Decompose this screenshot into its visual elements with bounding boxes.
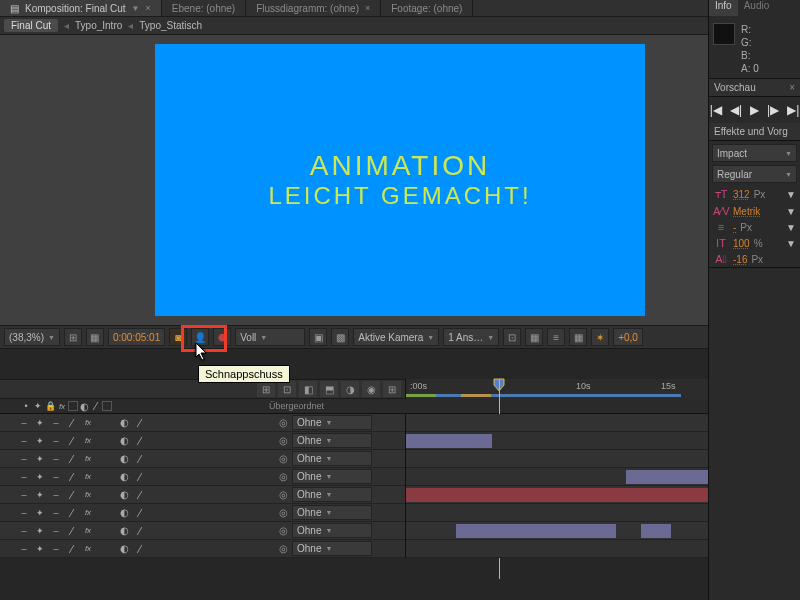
switch[interactable] — [50, 507, 62, 519]
switch-button[interactable]: ⊞ — [257, 381, 275, 397]
font-style-dropdown[interactable]: Regular▼ — [712, 165, 797, 183]
switch[interactable] — [66, 507, 78, 519]
parent-pickwhip-icon[interactable]: ◎ — [279, 507, 288, 518]
clip[interactable] — [456, 524, 616, 538]
parent-pickwhip-icon[interactable]: ◎ — [279, 453, 288, 464]
parent-dropdown[interactable]: Ohne▼ — [292, 415, 372, 430]
switch[interactable] — [34, 453, 46, 465]
close-icon[interactable]: × — [146, 3, 151, 13]
switch[interactable] — [18, 417, 30, 429]
tab-layer[interactable]: Ebene: (ohne) — [162, 0, 246, 16]
fast-preview-icon[interactable]: ▦ — [525, 328, 543, 346]
parent-dropdown[interactable]: Ohne▼ — [292, 469, 372, 484]
switch[interactable] — [118, 453, 130, 465]
switch[interactable] — [66, 453, 78, 465]
comp-button-icon[interactable]: ▦ — [569, 328, 587, 346]
first-frame-icon[interactable]: |◀ — [710, 103, 722, 117]
font-family-dropdown[interactable]: Impact▼ — [712, 144, 797, 162]
fx-switch[interactable]: fx — [82, 543, 94, 555]
parent-dropdown[interactable]: Ohne▼ — [292, 487, 372, 502]
switch[interactable] — [18, 471, 30, 483]
col-solo-icon[interactable] — [32, 400, 44, 412]
parent-dropdown[interactable]: Ohne▼ — [292, 505, 372, 520]
current-time[interactable]: 0:00:05:01 — [108, 328, 165, 346]
switch[interactable] — [34, 507, 46, 519]
views-dropdown[interactable]: 1 Ans…▼ — [443, 328, 499, 346]
parent-pickwhip-icon[interactable]: ◎ — [279, 543, 288, 554]
shy-icon[interactable]: ⬒ — [320, 381, 338, 397]
col-3d-icon[interactable] — [102, 401, 112, 411]
switch[interactable] — [34, 489, 46, 501]
switch[interactable] — [34, 435, 46, 447]
close-icon[interactable]: × — [365, 3, 370, 13]
safe-zones-icon[interactable]: ⊞ — [64, 328, 82, 346]
camera-dropdown[interactable]: Aktive Kamera▼ — [353, 328, 439, 346]
effects-panel-header[interactable]: Effekte und Vorg — [709, 123, 800, 141]
layer-row[interactable]: fx ◎Ohne▼ — [0, 540, 800, 558]
col-fx-icon[interactable]: fx — [56, 400, 68, 412]
motion-blur-icon[interactable]: ◉ — [362, 381, 380, 397]
breadcrumb-item[interactable]: Final Cut — [4, 19, 58, 32]
play-icon[interactable]: ▶ — [750, 103, 759, 117]
baseline-field[interactable]: Aͣ-16Px — [709, 251, 800, 267]
switch[interactable] — [66, 489, 78, 501]
clip[interactable] — [641, 524, 671, 538]
switch[interactable] — [134, 543, 146, 555]
switch[interactable] — [50, 471, 62, 483]
layer-row[interactable]: fx ◎Ohne▼ — [0, 522, 800, 540]
fx-switch[interactable]: fx — [82, 507, 94, 519]
switch[interactable] — [18, 453, 30, 465]
leading-field[interactable]: ≡-Px▼ — [709, 219, 800, 235]
switch[interactable] — [34, 543, 46, 555]
breadcrumb-item[interactable]: Typo_Intro — [75, 20, 122, 31]
col-visibility-icon[interactable] — [20, 400, 32, 412]
tab-flowchart[interactable]: Flussdiagramm: (ohne) × — [246, 0, 381, 16]
switch[interactable] — [18, 525, 30, 537]
switch[interactable] — [66, 435, 78, 447]
layer-row[interactable]: fx ◎Ohne▼ — [0, 450, 800, 468]
col-lock-icon[interactable]: 🔒 — [44, 400, 56, 412]
switch[interactable] — [66, 525, 78, 537]
magnification-dropdown[interactable]: (38,3%)▼ — [4, 328, 60, 346]
prev-frame-icon[interactable]: ◀| — [730, 103, 742, 117]
fx-switch[interactable]: fx — [82, 453, 94, 465]
chevron-down-icon[interactable]: ▼ — [132, 4, 140, 13]
switch[interactable] — [50, 525, 62, 537]
switch[interactable] — [50, 453, 62, 465]
parent-pickwhip-icon[interactable]: ◎ — [279, 417, 288, 428]
switch[interactable] — [134, 453, 146, 465]
last-frame-icon[interactable]: ▶| — [787, 103, 799, 117]
switch[interactable] — [118, 471, 130, 483]
tab-footage[interactable]: Footage: (ohne) — [381, 0, 473, 16]
switch[interactable] — [118, 543, 130, 555]
fx-switch[interactable]: fx — [82, 525, 94, 537]
parent-pickwhip-icon[interactable]: ◎ — [279, 471, 288, 482]
layer-row[interactable]: fx ◎Ohne▼ — [0, 504, 800, 522]
switch[interactable] — [50, 489, 62, 501]
layer-row[interactable]: fx ◎ Ohne▼ — [0, 414, 800, 432]
clip[interactable] — [406, 434, 492, 448]
col-motionblur-icon[interactable] — [78, 400, 90, 412]
layer-row[interactable]: fx ◎Ohne▼ — [0, 468, 800, 486]
layer-row[interactable]: fx ◎Ohne▼ — [0, 432, 800, 450]
snapshot-button[interactable]: ◙ — [169, 328, 187, 346]
pixel-aspect-icon[interactable]: ⊡ — [503, 328, 521, 346]
region-icon[interactable]: ▣ — [309, 328, 327, 346]
switch-button[interactable]: ◧ — [299, 381, 317, 397]
switch[interactable] — [66, 471, 78, 483]
col-quality-icon[interactable] — [68, 401, 78, 411]
switch[interactable] — [118, 489, 130, 501]
tab-composition[interactable]: ▤ Komposition: Final Cut ▼ × — [0, 0, 162, 16]
parent-pickwhip-icon[interactable]: ◎ — [279, 489, 288, 500]
tab-audio[interactable]: Audio — [738, 0, 776, 16]
channel-icon[interactable]: ⬣ — [213, 328, 231, 346]
fx-switch[interactable]: fx — [82, 471, 94, 483]
timeline-icon[interactable]: ≡ — [547, 328, 565, 346]
switch[interactable] — [134, 489, 146, 501]
resolution-dropdown[interactable]: Voll▼ — [235, 328, 305, 346]
switch[interactable] — [134, 435, 146, 447]
switch[interactable] — [66, 417, 78, 429]
tab-info[interactable]: Info — [709, 0, 738, 16]
fx-switch[interactable]: fx — [82, 489, 94, 501]
fx-switch[interactable]: fx — [82, 417, 94, 429]
